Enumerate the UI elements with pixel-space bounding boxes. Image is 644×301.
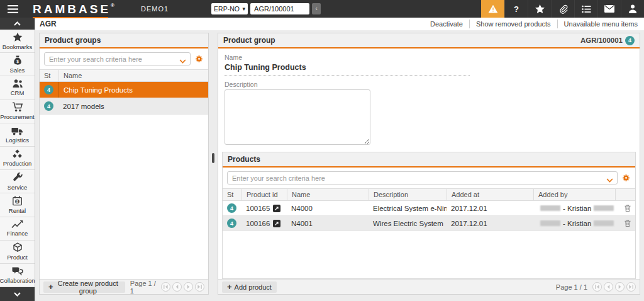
sidebar-item-label: Collaboration xyxy=(0,277,35,284)
attachment-icon[interactable] xyxy=(551,0,574,18)
cubes-icon xyxy=(11,149,23,159)
pagination xyxy=(161,282,204,292)
last-page-button[interactable] xyxy=(195,282,204,292)
create-product-group-button[interactable]: + Create new product group xyxy=(43,281,125,293)
panel-title: Product groups xyxy=(45,36,101,45)
open-record-icon[interactable] xyxy=(273,205,280,212)
sidebar-item-sales[interactable]: $ Sales xyxy=(0,53,35,76)
people-icon xyxy=(12,79,23,88)
sidebar-item-label: Bookmarks xyxy=(3,43,33,50)
favorites-icon[interactable] xyxy=(528,0,551,18)
product-groups-table-header: St Name xyxy=(40,69,208,82)
search-field xyxy=(227,171,618,185)
main-content: AGR Deactivate Show removed products Una… xyxy=(35,18,644,301)
panels-area: Product groups St Name xyxy=(35,30,644,301)
next-page-button[interactable] xyxy=(615,282,625,292)
help-icon[interactable]: ? xyxy=(504,0,528,18)
back-button[interactable]: ‹ xyxy=(312,3,321,14)
first-page-button[interactable] xyxy=(592,282,602,292)
plus-icon: + xyxy=(227,282,232,292)
page-indicator: Page 1 / 1 xyxy=(130,280,156,295)
first-page-button[interactable] xyxy=(161,282,170,292)
svg-text:$: $ xyxy=(16,59,19,64)
delete-icon[interactable] xyxy=(624,204,631,212)
name-field[interactable]: Chip Tuning Products xyxy=(225,61,470,76)
sidebar-scroll-up-icon[interactable] xyxy=(0,18,35,30)
unavailable-menu-items-link[interactable]: Unavailable menu items xyxy=(557,20,644,28)
sidebar-item-label: Service xyxy=(8,184,28,191)
product-group-header: Product group AGR/100001 4 xyxy=(218,33,640,48)
money-bag-icon: $ xyxy=(13,55,23,65)
gear-icon[interactable] xyxy=(194,54,204,64)
table-row[interactable]: 4 100166 N4001 Wires Electric System 201… xyxy=(223,216,635,231)
open-record-icon[interactable] xyxy=(273,220,280,227)
products-table-header: St Product id Name Description Added at … xyxy=(223,188,635,201)
chart-line-icon xyxy=(11,220,23,229)
product-group-form: Name Chip Tuning Products Description xyxy=(218,48,640,149)
last-page-button[interactable] xyxy=(626,282,636,292)
product-groups-search-input[interactable] xyxy=(44,52,191,65)
sidebar-item-service[interactable]: Service xyxy=(0,170,35,193)
panel-splitter[interactable] xyxy=(209,33,218,295)
table-row[interactable]: 4 Chip Tuning Products xyxy=(40,82,208,98)
previous-page-button[interactable] xyxy=(604,282,613,292)
menu-icon[interactable] xyxy=(0,0,25,18)
warning-icon[interactable] xyxy=(481,0,504,18)
product-groups-search-row xyxy=(40,48,208,69)
sidebar-item-bookmarks[interactable]: Bookmarks xyxy=(0,30,35,53)
wrench-icon xyxy=(13,173,23,183)
task-list-icon[interactable] xyxy=(574,0,597,18)
module-title: AGR xyxy=(35,20,57,28)
gear-icon[interactable] xyxy=(621,173,631,183)
document-reference: AGR/100001 4 xyxy=(580,36,635,45)
sidebar-item-procurement[interactable]: Procurement xyxy=(0,100,35,123)
products-header: Products xyxy=(223,152,635,168)
redacted-text xyxy=(594,220,614,226)
document-id: AGR/100001 xyxy=(580,37,623,44)
product-groups-header: Product groups xyxy=(40,33,208,48)
product-groups-rows: 4 Chip Tuning Products 4 2017 models xyxy=(40,82,208,115)
sidebar-item-rental[interactable]: $ Rental xyxy=(0,193,35,217)
rambase-logo[interactable]: RAMBASE® xyxy=(33,3,114,15)
chevron-down-icon[interactable] xyxy=(179,57,186,65)
column-added-at: Added at xyxy=(447,189,533,200)
add-product-button[interactable]: + Add product xyxy=(222,281,277,293)
products-search-row xyxy=(223,168,635,188)
column-st: St xyxy=(223,189,242,200)
truck-icon xyxy=(11,126,23,135)
status-badge: 4 xyxy=(227,219,236,228)
delete-icon[interactable] xyxy=(624,219,631,227)
sidebar-item-finance[interactable]: Finance xyxy=(0,217,35,241)
empty-space xyxy=(223,231,635,278)
record-type-select[interactable]: ERP-NO ▾ xyxy=(211,3,248,14)
table-row[interactable]: 4 2017 models xyxy=(40,98,208,115)
sidebar-scroll-down-icon[interactable] xyxy=(0,287,35,301)
action-links: Deactivate Show removed products Unavail… xyxy=(424,18,644,30)
splitter-handle-icon[interactable] xyxy=(212,153,214,163)
previous-page-button[interactable] xyxy=(172,282,182,292)
name-label: Name xyxy=(225,54,633,61)
added-at: 2017.12.01 xyxy=(447,205,533,212)
description-field[interactable] xyxy=(225,89,370,145)
star-icon xyxy=(12,32,23,42)
top-bar: RAMBASE® DEMO1 ERP-NO ▾ ‹ ? xyxy=(0,0,644,18)
next-page-button[interactable] xyxy=(184,282,193,292)
account-icon[interactable] xyxy=(621,0,644,18)
added-at: 2017.12.01 xyxy=(447,220,533,227)
environment-label: DEMO1 xyxy=(141,5,169,13)
products-search-input[interactable] xyxy=(227,171,618,185)
table-row[interactable]: 4 100165 N4000 Electrical System e-Nimbl… xyxy=(223,201,635,216)
sidebar-item-product[interactable]: Product xyxy=(0,241,35,264)
sidebar-item-collaboration[interactable]: Collaboration xyxy=(0,264,35,287)
description-label: Description xyxy=(225,81,633,88)
chevron-down-icon[interactable] xyxy=(606,176,613,185)
record-search-input[interactable] xyxy=(250,3,309,14)
sidebar-item-production[interactable]: Production xyxy=(0,147,35,170)
show-removed-products-link[interactable]: Show removed products xyxy=(469,20,557,28)
chat-bubbles-icon xyxy=(11,266,23,276)
sidebar-item-logistics[interactable]: Logistics xyxy=(0,123,35,147)
deactivate-link[interactable]: Deactivate xyxy=(424,20,469,28)
column-name: Name xyxy=(58,70,208,81)
sidebar-item-crm[interactable]: CRM xyxy=(0,76,35,99)
messages-icon[interactable] xyxy=(597,0,621,18)
